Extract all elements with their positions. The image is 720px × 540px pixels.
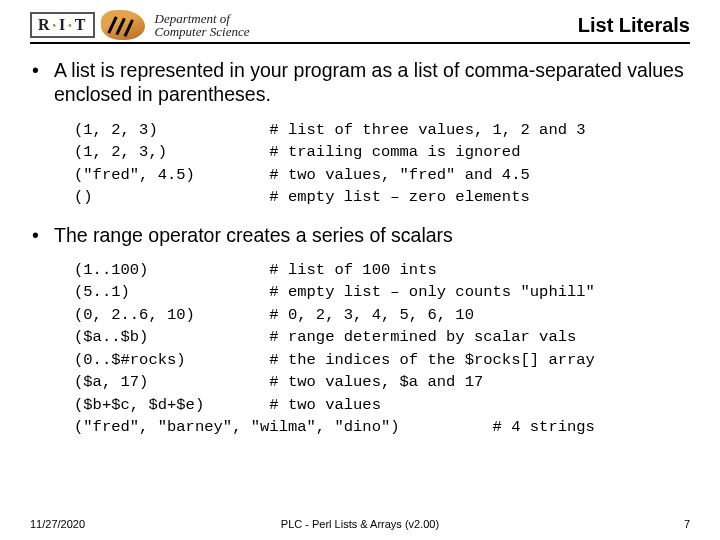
rit-letter: T bbox=[75, 16, 87, 34]
bullet-1: • A list is represented in your program … bbox=[32, 58, 690, 107]
department-text: Department of Computer Science bbox=[155, 12, 250, 38]
slide-header: R•I•T Department of Computer Science Lis… bbox=[30, 10, 690, 44]
rit-dot-icon: • bbox=[68, 20, 73, 31]
bullet-1-text: A list is represented in your program as… bbox=[54, 58, 690, 107]
code-block-2: (1..100) # list of 100 ints (5..1) # emp… bbox=[74, 259, 690, 439]
page-title: List Literals bbox=[578, 14, 690, 37]
bullet-dot-icon: • bbox=[32, 223, 54, 247]
bullet-2: • The range operator creates a series of… bbox=[32, 223, 690, 247]
rit-letter: I bbox=[59, 16, 66, 34]
rit-logo: R•I•T bbox=[30, 12, 95, 38]
bullet-dot-icon: • bbox=[32, 58, 54, 107]
slide-content: • A list is represented in your program … bbox=[30, 58, 690, 439]
logo-block: R•I•T Department of Computer Science bbox=[30, 10, 249, 40]
bullet-2-text: The range operator creates a series of s… bbox=[54, 223, 690, 247]
dept-line2: Computer Science bbox=[155, 25, 250, 38]
code-block-1: (1, 2, 3) # list of three values, 1, 2 a… bbox=[74, 119, 690, 209]
tiger-icon bbox=[101, 10, 145, 40]
rit-dot-icon: • bbox=[53, 20, 58, 31]
rit-letter: R bbox=[38, 16, 51, 34]
slide-footer: 11/27/2020 PLC - Perl Lists & Arrays (v2… bbox=[30, 518, 690, 530]
footer-center: PLC - Perl Lists & Arrays (v2.00) bbox=[30, 518, 690, 530]
